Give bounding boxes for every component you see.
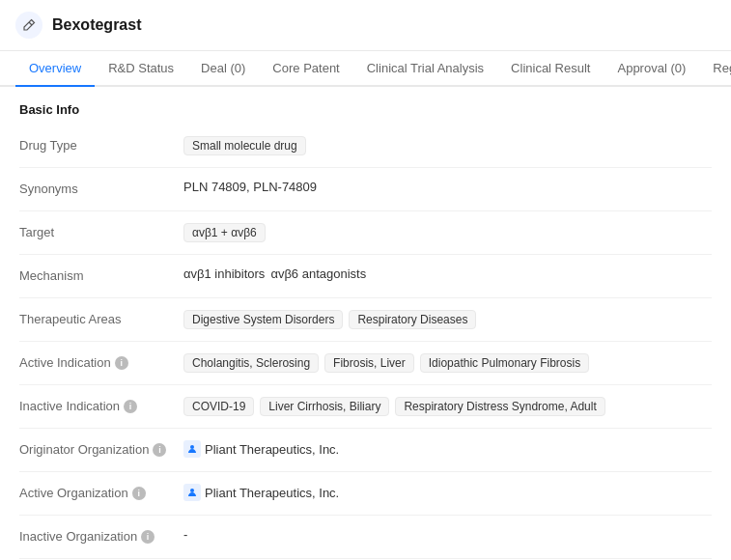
page-header: Bexotegrast [0,0,731,51]
active-org-row: Active Organization i Pliant Therapeutic… [19,476,712,511]
mechanism-text-1: αvβ1 inhibitors [183,266,265,281]
synonyms-value: PLN 74809, PLN-74809 [183,180,712,194]
drug-type-row: Drug Type Small molecule drug [19,128,712,163]
drug-type-value: Small molecule drug [183,136,712,155]
svg-line-0 [29,22,32,25]
active-org-name[interactable]: Pliant Therapeutics, Inc. [205,486,339,500]
section-basic-info: Basic Info [19,102,712,117]
mechanism-row: Mechanism αvβ1 inhibitors αvβ6 antagonis… [19,259,712,294]
therapeutic-areas-label: Therapeutic Areas [19,310,183,326]
tab-approval[interactable]: Approval (0) [604,51,699,87]
originator-org-row: Originator Organization i Pliant Therape… [19,433,712,467]
active-indication-row: Active Indication i Cholangitis, Scleros… [19,346,712,380]
target-label: Target [19,223,183,239]
synonyms-text: PLN 74809, PLN-74809 [183,180,317,194]
mechanism-text-2: αvβ6 antagonists [270,266,366,281]
active-indication-label: Active Indication i [19,353,183,370]
active-org-logo [183,484,201,501]
originator-org-name[interactable]: Pliant Therapeutics, Inc. [205,442,339,457]
inactive-indication-row: Inactive Indication i COVID-19 Liver Cir… [19,389,712,424]
active-org-value: Pliant Therapeutics, Inc. [183,484,712,501]
divider-10 [19,558,712,559]
drug-type-label: Drug Type [19,136,183,153]
inactive-org-info-icon[interactable]: i [141,530,155,544]
tab-core-patent[interactable]: Core Patent [259,51,352,87]
divider-7 [19,428,712,429]
therapeutic-tag-0: Digestive System Disorders [183,310,343,329]
active-org-label: Active Organization i [19,484,183,500]
divider-6 [19,384,712,385]
synonyms-row: Synonyms PLN 74809, PLN-74809 [19,172,712,207]
mechanism-label: Mechanism [19,266,183,283]
active-indication-value: Cholangitis, Sclerosing Fibrosis, Liver … [183,353,712,373]
divider-4 [19,297,712,298]
tab-deal[interactable]: Deal (0) [187,51,259,87]
active-indication-tag-0: Cholangitis, Sclerosing [183,353,319,373]
divider-5 [19,341,712,342]
divider-1 [19,167,712,168]
drug-icon [15,12,42,39]
inactive-indication-label: Inactive Indication i [19,397,183,413]
active-indication-tag-1: Fibrosis, Liver [324,353,414,373]
originator-org-logo [183,440,201,458]
target-tag: αvβ1 + αvβ6 [183,223,266,242]
drug-type-tag: Small molecule drug [183,136,306,155]
active-indication-tag-2: Idiopathic Pulmonary Fibrosis [420,353,589,373]
originator-org-value: Pliant Therapeutics, Inc. [183,440,712,458]
inactive-indication-value: COVID-19 Liver Cirrhosis, Biliary Respir… [183,397,712,416]
inactive-indication-info-icon[interactable]: i [124,400,137,413]
originator-org-item: Pliant Therapeutics, Inc. [183,440,339,458]
divider-3 [19,254,712,255]
divider-8 [19,471,712,472]
target-row: Target αvβ1 + αvβ6 [19,215,712,250]
inactive-indication-tag-2: Respiratory Distress Syndrome, Adult [395,397,604,416]
tab-clinical-trial[interactable]: Clinical Trial Analysis [353,51,497,87]
mechanism-value: αvβ1 inhibitors αvβ6 antagonists [183,266,712,281]
tab-bar: Overview R&D Status Deal (0) Core Patent… [0,51,731,87]
overview-content: Basic Info Drug Type Small molecule drug… [0,87,731,560]
svg-point-1 [190,445,194,449]
active-indication-info-icon[interactable]: i [115,356,128,370]
therapeutic-areas-value: Digestive System Disorders Respiratory D… [183,310,712,329]
target-value: αvβ1 + αvβ6 [183,223,712,242]
divider-9 [19,515,712,516]
inactive-indication-tag-0: COVID-19 [183,397,254,416]
inactive-org-row: Inactive Organization i - [19,519,712,554]
synonyms-label: Synonyms [19,180,183,196]
active-org-item: Pliant Therapeutics, Inc. [183,484,339,501]
inactive-indication-tag-1: Liver Cirrhosis, Biliary [260,397,389,416]
originator-org-label: Originator Organization i [19,440,183,457]
therapeutic-tag-1: Respiratory Diseases [349,310,476,329]
page-title: Bexotegrast [52,16,141,34]
active-org-info-icon[interactable]: i [132,487,146,500]
divider-2 [19,210,712,211]
tab-overview[interactable]: Overview [15,51,95,87]
svg-point-2 [190,489,194,492]
inactive-org-label: Inactive Organization i [19,527,183,544]
therapeutic-areas-row: Therapeutic Areas Digestive System Disor… [19,302,712,337]
inactive-org-value: - [183,527,712,542]
tab-regulation[interactable]: Regulation [699,51,731,87]
originator-org-info-icon[interactable]: i [153,443,166,457]
tab-clinical-result[interactable]: Clinical Result [497,51,604,87]
inactive-org-text: - [183,527,187,542]
tab-rd-status[interactable]: R&D Status [95,51,187,87]
